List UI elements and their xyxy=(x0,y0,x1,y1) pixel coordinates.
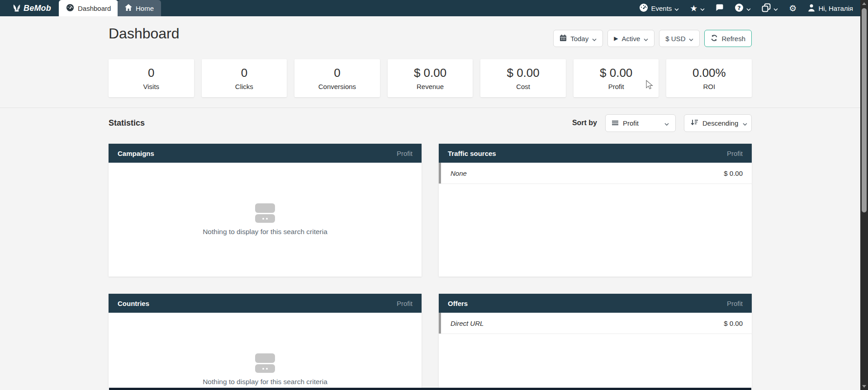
stat-label: Profit xyxy=(608,83,624,90)
tab-dashboard-label: Dashboard xyxy=(78,5,111,12)
panel-metric-label: Profit xyxy=(727,150,743,157)
scrollbar-thumb[interactable] xyxy=(862,8,867,212)
events-menu[interactable]: Events xyxy=(639,3,679,14)
table-row[interactable]: Direct URL $ 0.00 xyxy=(439,313,752,334)
date-range-label: Today xyxy=(570,35,588,42)
bemob-logo[interactable]: BeMob xyxy=(12,0,51,16)
section-divider xyxy=(0,108,860,108)
top-navbar: BeMob Dashboard Home Events ★ xyxy=(0,0,860,16)
stat-value: $ 0.00 xyxy=(600,66,632,80)
panel-campaigns: Campaigns Profit Nothing to display for … xyxy=(109,144,422,277)
panel-title: Traffic sources xyxy=(448,150,496,157)
gauge-icon xyxy=(66,4,74,13)
stat-card-roi[interactable]: 0.00% ROI xyxy=(666,59,752,97)
tab-dashboard[interactable]: Dashboard xyxy=(59,0,118,16)
workspaces-menu[interactable] xyxy=(762,3,778,14)
settings-button[interactable]: ⚙ xyxy=(789,4,797,13)
sort-descending-icon xyxy=(691,119,698,127)
table-row[interactable]: None $ 0.00 xyxy=(439,163,752,184)
row-value: $ 0.00 xyxy=(724,169,743,177)
stat-value: $ 0.00 xyxy=(507,66,539,80)
currency-label: $ USD xyxy=(665,35,685,42)
star-icon: ★ xyxy=(690,4,697,13)
currency-button[interactable]: $ USD xyxy=(659,30,700,47)
scroll-down-icon[interactable] xyxy=(860,383,868,390)
row-name: None xyxy=(451,169,467,177)
panel-header: Campaigns Profit xyxy=(109,144,422,163)
chevron-down-icon xyxy=(664,119,669,127)
panel-title: Offers xyxy=(448,300,468,307)
stat-card-revenue[interactable]: $ 0.00 Revenue xyxy=(388,59,473,97)
empty-data-icon xyxy=(255,203,275,223)
chevron-down-icon xyxy=(592,35,597,42)
status-filter-button[interactable]: ▶ Active xyxy=(607,30,655,47)
scroll-up-icon[interactable] xyxy=(860,0,868,7)
bemob-logo-icon xyxy=(12,3,22,14)
stat-label: Cost xyxy=(516,83,530,90)
chevron-down-icon xyxy=(700,5,705,12)
date-range-button[interactable]: Today xyxy=(553,30,603,47)
svg-text:?: ? xyxy=(738,4,741,11)
panel-title: Countries xyxy=(118,300,149,307)
favorites-menu[interactable]: ★ xyxy=(690,4,705,13)
tab-home[interactable]: Home xyxy=(118,0,161,16)
row-value: $ 0.00 xyxy=(724,320,743,327)
empty-state-text: Nothing to display for this search crite… xyxy=(203,228,327,236)
next-section-edge xyxy=(109,388,751,390)
panel-metric-label: Profit xyxy=(727,300,743,307)
mouse-cursor xyxy=(646,80,654,92)
stat-card-conversions[interactable]: 0 Conversions xyxy=(294,59,380,97)
chevron-down-icon xyxy=(773,5,778,12)
chat-icon xyxy=(716,4,724,13)
stat-card-visits[interactable]: 0 Visits xyxy=(109,59,194,97)
sort-order-select[interactable]: Descending xyxy=(684,114,752,132)
stat-value: 0 xyxy=(241,66,247,80)
stat-cards-row: 0 Visits 0 Clicks 0 Conversions $ 0.00 R… xyxy=(109,59,752,97)
events-gauge-icon xyxy=(639,3,648,14)
panel-header: Offers Profit xyxy=(439,294,752,313)
row-name: Direct URL xyxy=(451,320,484,327)
stat-value: 0.00% xyxy=(693,66,726,80)
refresh-label: Refresh xyxy=(721,35,745,42)
stack-icon xyxy=(762,3,771,14)
stat-value: 0 xyxy=(334,66,340,80)
panel-header: Countries Profit xyxy=(109,294,422,313)
sort-order-value: Descending xyxy=(702,119,738,127)
panel-offers: Offers Profit Direct URL $ 0.00 xyxy=(439,294,752,390)
navbar-right: Events ★ ? xyxy=(639,0,853,16)
gear-icon: ⚙ xyxy=(789,4,797,13)
sort-field-select[interactable]: Profit xyxy=(605,114,676,132)
statistics-heading: Statistics xyxy=(109,118,145,128)
panel-title: Campaigns xyxy=(118,150,154,157)
chevron-down-icon xyxy=(743,119,747,127)
empty-data-icon xyxy=(255,353,275,373)
events-label: Events xyxy=(651,5,672,12)
statistics-panels: Campaigns Profit Nothing to display for … xyxy=(109,144,752,390)
question-circle-icon: ? xyxy=(735,3,744,14)
stat-label: Revenue xyxy=(417,83,444,90)
panel-traffic-sources: Traffic sources Profit None $ 0.00 xyxy=(439,144,752,277)
statistics-bar: Statistics Sort by Profit Descending xyxy=(109,114,752,132)
refresh-icon xyxy=(711,34,718,43)
stat-card-clicks[interactable]: 0 Clicks xyxy=(202,59,287,97)
stat-label: Visits xyxy=(143,83,160,90)
empty-state: Nothing to display for this search crite… xyxy=(109,313,422,390)
vertical-scrollbar[interactable] xyxy=(860,0,868,390)
list-icon xyxy=(612,119,618,127)
brand-name: BeMob xyxy=(24,4,51,13)
stat-label: Clicks xyxy=(235,83,253,90)
chevron-down-icon xyxy=(746,5,751,12)
help-menu[interactable]: ? xyxy=(735,3,751,14)
home-icon xyxy=(125,4,132,12)
user-menu[interactable]: Hi, Наталія xyxy=(807,4,853,13)
empty-state: Nothing to display for this search crite… xyxy=(109,163,422,277)
stat-label: ROI xyxy=(703,83,715,90)
refresh-button[interactable]: Refresh xyxy=(704,30,752,47)
chevron-down-icon xyxy=(644,35,648,42)
chevron-down-icon xyxy=(689,35,693,42)
stat-card-cost[interactable]: $ 0.00 Cost xyxy=(480,59,566,97)
calendar-icon xyxy=(560,34,567,43)
stat-value: 0 xyxy=(148,66,154,80)
feedback-button[interactable] xyxy=(716,4,724,13)
panel-header: Traffic sources Profit xyxy=(439,144,752,163)
